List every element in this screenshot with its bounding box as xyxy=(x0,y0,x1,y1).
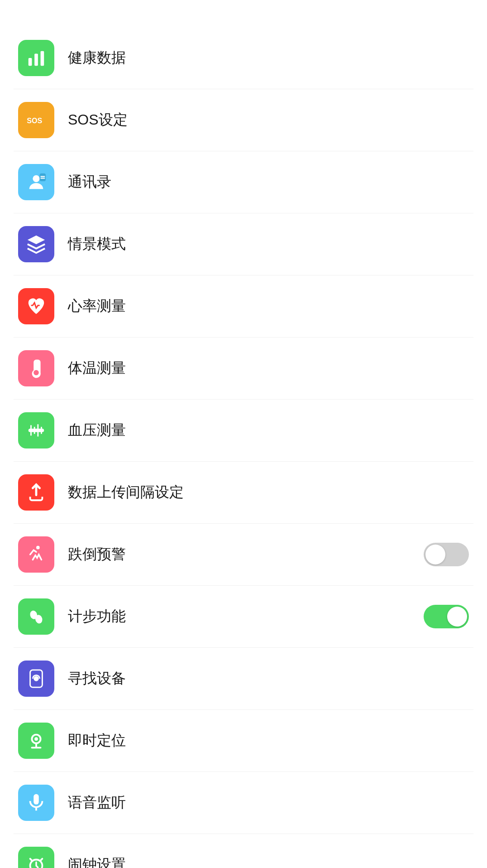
scene-mode-label: 情景模式 xyxy=(68,234,469,254)
upload-interval-icon xyxy=(18,474,54,511)
alarm-clock-label: 闹钟设置 xyxy=(68,855,469,868)
scene-mode-icon xyxy=(18,226,54,262)
menu-list: 健康数据SOSSOS设定通讯录情景模式心率测量体温测量血压测量数据上传间隔设定跌… xyxy=(0,27,487,868)
upload-interval-label: 数据上传间隔设定 xyxy=(68,482,469,502)
step-count-icon xyxy=(18,598,54,635)
realtime-location-icon xyxy=(18,723,54,759)
menu-item-alarm-clock[interactable]: 闹钟设置 xyxy=(14,834,473,868)
menu-item-health-data[interactable]: 健康数据 xyxy=(14,27,473,89)
temperature-label: 体温测量 xyxy=(68,358,469,378)
svg-rect-2 xyxy=(41,51,44,66)
svg-point-8 xyxy=(36,546,40,550)
fall-alert-label: 跌倒预警 xyxy=(68,545,424,564)
menu-item-upload-interval[interactable]: 数据上传间隔设定 xyxy=(14,462,473,524)
temperature-icon xyxy=(18,350,54,386)
menu-item-sos-settings[interactable]: SOSSOS设定 xyxy=(14,89,473,151)
step-count-label: 计步功能 xyxy=(68,607,424,627)
svg-rect-5 xyxy=(40,174,46,181)
heart-rate-label: 心率测量 xyxy=(68,296,469,316)
find-device-icon xyxy=(18,661,54,697)
page-title xyxy=(0,0,487,27)
audio-monitor-label: 语音监听 xyxy=(68,793,469,813)
svg-text:SOS: SOS xyxy=(27,116,42,125)
menu-item-step-count[interactable]: 计步功能 xyxy=(14,586,473,648)
sos-settings-label: SOS设定 xyxy=(68,110,469,130)
menu-item-find-device[interactable]: 寻找设备 xyxy=(14,648,473,710)
svg-point-4 xyxy=(33,175,39,182)
menu-item-blood-pressure[interactable]: 血压测量 xyxy=(14,400,473,462)
svg-rect-0 xyxy=(29,58,32,66)
find-device-label: 寻找设备 xyxy=(68,669,469,689)
sos-settings-icon: SOS xyxy=(18,102,54,138)
menu-item-contacts[interactable]: 通讯录 xyxy=(14,151,473,213)
blood-pressure-label: 血压测量 xyxy=(68,420,469,440)
fall-alert-icon xyxy=(18,536,54,573)
step-count-toggle[interactable] xyxy=(424,605,469,628)
blood-pressure-icon xyxy=(18,412,54,448)
svg-point-6 xyxy=(33,370,39,376)
heart-rate-icon xyxy=(18,288,54,324)
alarm-clock-icon xyxy=(18,847,54,868)
menu-item-heart-rate[interactable]: 心率测量 xyxy=(14,275,473,338)
audio-monitor-icon xyxy=(18,785,54,821)
svg-rect-15 xyxy=(33,794,39,805)
contacts-icon xyxy=(18,164,54,200)
menu-item-temperature[interactable]: 体温测量 xyxy=(14,338,473,400)
svg-point-12 xyxy=(33,676,39,681)
fall-alert-toggle[interactable] xyxy=(424,543,469,566)
menu-item-realtime-location[interactable]: 即时定位 xyxy=(14,710,473,772)
realtime-location-label: 即时定位 xyxy=(68,731,469,751)
menu-item-fall-alert[interactable]: 跌倒预警 xyxy=(14,524,473,586)
health-data-icon xyxy=(18,40,54,76)
menu-item-audio-monitor[interactable]: 语音监听 xyxy=(14,772,473,834)
health-data-label: 健康数据 xyxy=(68,48,469,68)
menu-item-scene-mode[interactable]: 情景模式 xyxy=(14,213,473,275)
svg-rect-1 xyxy=(34,53,38,66)
contacts-label: 通讯录 xyxy=(68,172,469,192)
svg-point-14 xyxy=(34,737,38,741)
